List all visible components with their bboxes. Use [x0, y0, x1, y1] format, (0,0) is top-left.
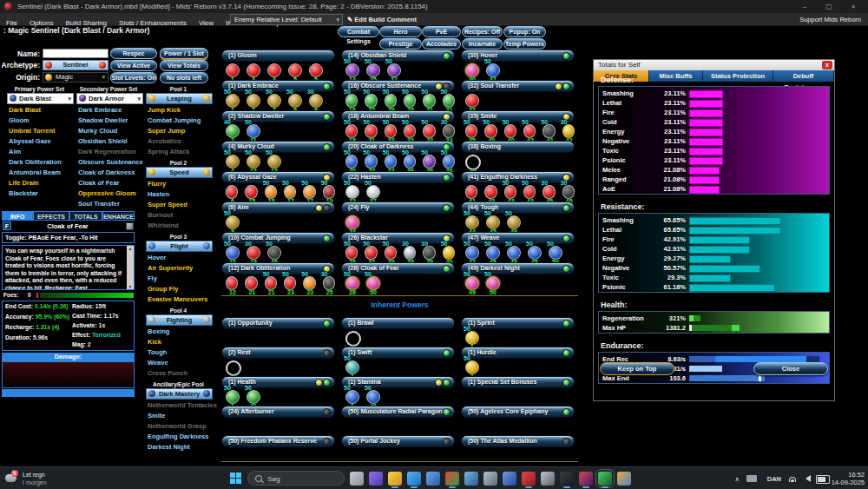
- power-bar[interactable]: (4) Murky Cloud: [221, 141, 335, 153]
- power-list-item[interactable]: Murky Cloud: [78, 126, 143, 136]
- power-list-item[interactable]: Spring Attack: [148, 147, 201, 157]
- button-hero[interactable]: Hero: [379, 26, 422, 37]
- enhancement-slot[interactable]: 15: [245, 185, 257, 199]
- power-list-item[interactable]: Darkest Night: [148, 442, 217, 453]
- power-bar[interactable]: (1) Dark Embrace: [221, 80, 335, 92]
- enhancement-slot[interactable]: 501: [345, 390, 359, 404]
- power-list-item[interactable]: Abyssal Gaze: [9, 136, 62, 147]
- keep-on-top-button[interactable]: Keep on Top: [600, 362, 674, 375]
- enhancement-slot[interactable]: 5026: [345, 246, 358, 260]
- power-list-item[interactable]: Hover: [148, 253, 207, 263]
- enhancement-slot[interactable]: 5046: [366, 390, 380, 404]
- tab-info[interactable]: INFO: [2, 211, 33, 221]
- enhancement-slot[interactable]: 5010: [226, 246, 240, 260]
- power-list-item[interactable]: Gloom: [9, 116, 62, 126]
- enhancement-slot[interactable]: 5031: [365, 124, 377, 138]
- power-bar[interactable]: (16) Obscure Sustenance: [341, 80, 455, 92]
- enhancement-slot[interactable]: 5017: [284, 185, 296, 199]
- origin-selector[interactable]: Magic ▾: [43, 72, 108, 83]
- button-slot-levels-on[interactable]: Slot Levels: On: [110, 72, 157, 83]
- enhancement-slot[interactable]: 5027: [387, 63, 401, 77]
- enhancement-slot[interactable]: 1: [226, 63, 240, 77]
- power-list-item[interactable]: Cloak of Fear: [78, 178, 143, 188]
- enhancement-slot[interactable]: 504: [226, 155, 240, 169]
- power-bar[interactable]: (1) Swift: [341, 347, 455, 359]
- power-list-item[interactable]: Life Drain: [9, 178, 62, 188]
- power-bar[interactable]: (50) Freedom Phalanx Reserve: [221, 435, 335, 447]
- enhancement-slot[interactable]: 5013: [267, 155, 281, 169]
- sphere-icon[interactable]: [541, 472, 555, 486]
- button-power-slot[interactable]: Power / 1 Slot: [160, 48, 208, 59]
- power-list-item[interactable]: Netherworld Tentacles: [148, 400, 217, 411]
- power-list-item[interactable]: Fly: [148, 274, 207, 284]
- enhancement-slot[interactable]: 509: [288, 94, 302, 108]
- power-list-item[interactable]: Obsidian Shield: [78, 136, 143, 147]
- pool-dropdown-leaping[interactable]: Leaping: [146, 93, 213, 104]
- pool-dropdown-fighting[interactable]: Fighting: [146, 314, 213, 326]
- enhancement-slot[interactable]: 5048: [507, 215, 521, 229]
- power-bar[interactable]: (30) Hover: [461, 50, 575, 62]
- edit-build-comment-button[interactable]: ✎ Edit Build Comment: [347, 16, 417, 23]
- enhancement-slot[interactable]: 507: [247, 94, 260, 108]
- enhancement-slot[interactable]: 5036: [423, 155, 435, 169]
- totals-titlebar[interactable]: Totals for Self x: [594, 60, 834, 70]
- enhancement-slot[interactable]: 501: [465, 360, 479, 374]
- enhancement-slot[interactable]: 5019: [323, 185, 335, 199]
- wifi-icon[interactable]: [788, 475, 797, 482]
- close-button[interactable]: ×: [844, 2, 863, 11]
- button-view-totals[interactable]: View Totals: [160, 60, 208, 71]
- enhancement-slot[interactable]: 5050: [549, 246, 562, 260]
- enhancement-slot[interactable]: 5015: [265, 185, 277, 199]
- enhancement-slot[interactable]: 5029: [404, 94, 416, 108]
- enhancement-slot[interactable]: 5040: [484, 124, 496, 138]
- power-list-item[interactable]: Acrobatics: [148, 136, 201, 147]
- enemy-level-dropdown[interactable]: Enemy Relative Level: Default ▾: [230, 14, 343, 25]
- power-list-item[interactable]: Kick: [148, 337, 187, 347]
- enhancement-slot[interactable]: 5039: [385, 246, 397, 260]
- power-list-item[interactable]: Dark Blast: [9, 105, 62, 116]
- power-bar[interactable]: (50) Musculature Radial Paragon: [341, 406, 455, 418]
- pool-dropdown-flight[interactable]: Flight: [146, 241, 213, 252]
- enhancement-slot[interactable]: 5036: [404, 155, 416, 169]
- power-bar[interactable]: (50) Portal Jockey: [341, 435, 455, 447]
- power-list-item[interactable]: Dark Obliteration: [9, 157, 62, 168]
- power-list-item[interactable]: Whirlwind: [148, 221, 187, 231]
- power-list-item[interactable]: Evasive Maneuvers: [148, 294, 207, 305]
- power-bar[interactable]: (35) Smite: [461, 110, 575, 122]
- enhancement-slot[interactable]: 5037: [365, 246, 377, 260]
- enhancement-slot[interactable]: 5020: [345, 155, 358, 169]
- button-accolades[interactable]: Accolades: [422, 38, 461, 50]
- enhancement-slot[interactable]: 5025: [366, 63, 380, 77]
- enhancement-slot[interactable]: 5050: [486, 276, 500, 290]
- mids-icon[interactable]: [598, 472, 612, 486]
- power-bar[interactable]: (26) Blackstar: [341, 232, 455, 244]
- tab-effects[interactable]: EFFECTS: [33, 211, 69, 221]
- power-bar[interactable]: (10) Combat Jumping: [221, 232, 335, 244]
- power-list-item[interactable]: Umbral Torrent: [9, 126, 62, 136]
- enhancement-slot[interactable]: 43: [484, 185, 496, 199]
- enhancement-slot[interactable]: 1: [345, 331, 361, 347]
- enhancement-slot[interactable]: 5: [309, 63, 323, 77]
- clock[interactable]: 16:52 14-09-2025: [832, 472, 865, 486]
- power-list-item[interactable]: Smite: [148, 411, 217, 421]
- power-list-item[interactable]: Cloak of Darkness: [78, 168, 143, 178]
- power-bar[interactable]: (1) Opportunity: [221, 317, 335, 329]
- power-list-item[interactable]: Dark Embrace: [78, 105, 143, 116]
- enhancement-slot[interactable]: 501: [345, 360, 359, 374]
- power-bar[interactable]: (2) Rest: [221, 347, 335, 359]
- enhancement-slot[interactable]: 309: [309, 94, 323, 108]
- enhancement-slot[interactable]: 5021: [265, 276, 277, 290]
- enhancement-slot[interactable]: 21: [245, 276, 257, 290]
- enhancement-slot[interactable]: 3045: [542, 185, 555, 199]
- power-list-item[interactable]: Burnout: [148, 210, 187, 221]
- enhancement-slot[interactable]: 41: [465, 185, 477, 199]
- enhancement-slot[interactable]: 5046: [267, 246, 281, 260]
- enhancement-slot[interactable]: 2: [226, 360, 241, 376]
- enhancement-slot[interactable]: 5047: [465, 246, 479, 260]
- enhancement-slot[interactable]: 5040: [504, 124, 516, 138]
- enhancement-slot[interactable]: 5014: [345, 63, 359, 77]
- search-input[interactable]: Søg: [247, 471, 345, 486]
- power-list-item[interactable]: Jump Kick: [148, 105, 201, 116]
- weather-icon[interactable]: 1: [5, 472, 19, 484]
- enhancement-slot[interactable]: 3039: [404, 246, 416, 260]
